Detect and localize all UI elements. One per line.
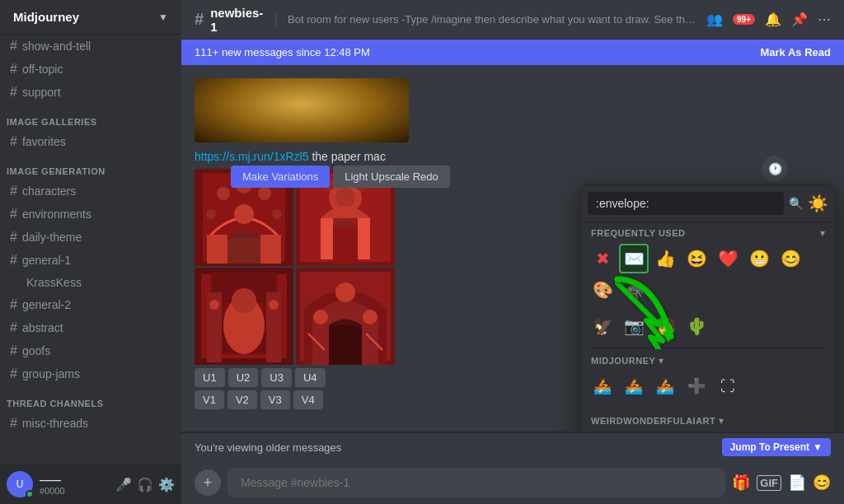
image-grid (195, 169, 396, 365)
sidebar-item-characters[interactable]: # characters (3, 180, 178, 202)
sidebar-item-daily-theme[interactable]: # daily-theme (3, 226, 178, 248)
v1-button[interactable]: V1 (195, 390, 224, 409)
channel-hash-icon: # (195, 10, 204, 29)
sidebar-item-general-2[interactable]: # general-2 (3, 294, 178, 315)
emoji-x[interactable]: ✖ (588, 244, 617, 273)
gift-icon[interactable]: 🎁 (732, 474, 750, 492)
weirdwonderful-expand[interactable]: ▾ (719, 415, 724, 427)
channel-header: # newbies-1 | Bot room for new users -Ty… (181, 0, 844, 40)
members-icon[interactable]: 👥 (706, 12, 723, 27)
emoji-picker: 🔍 ☀️ FREQUENTLY USED ▾ ✖ ✉️ 👍 😆 ❤️ 😬 😊 (580, 184, 836, 432)
frequently-used-grid: ✖ ✉️ 👍 😆 ❤️ 😬 😊 🎨 🕷️ (581, 240, 835, 308)
sidebar-item-show-and-tell[interactable]: # show-and-tell (3, 35, 178, 57)
light-upscale-redo-button[interactable]: Light Upscale Redo (333, 166, 449, 188)
bell-icon[interactable]: 🔔 (765, 12, 781, 27)
sidebar-item-group-jams[interactable]: # group-jams (3, 363, 178, 385)
emoji-laughing[interactable]: 😆 (682, 244, 711, 273)
hash-icon: # (10, 320, 17, 335)
add-attachment-button[interactable]: + (195, 469, 221, 496)
emoji-search-row: 🔍 ☀️ (581, 185, 835, 222)
hash-icon: # (10, 253, 17, 268)
midjourney-expand[interactable]: ▾ (659, 355, 663, 366)
skin-tone-icon[interactable]: ☀️ (808, 194, 828, 213)
svg-point-33 (363, 310, 377, 324)
svg-point-7 (206, 209, 216, 219)
pin-icon[interactable]: 📌 (791, 12, 808, 27)
svg-rect-16 (358, 218, 370, 259)
emoji-artist[interactable]: 🎨 (588, 275, 617, 305)
mj-expand-icon[interactable]: ⛶ (713, 371, 743, 401)
u1-button[interactable]: U1 (195, 368, 225, 387)
emoji-person[interactable]: 🧑 (650, 311, 680, 341)
sidebar-item-favorites[interactable]: # favorites (3, 131, 178, 152)
emoji-spider[interactable]: 🕷️ (619, 275, 649, 305)
jump-to-present-button[interactable]: Jump To Present ▼ (722, 438, 831, 456)
chevron-down-icon: ▼ (158, 12, 168, 23)
v3-button[interactable]: V3 (260, 390, 290, 409)
emoji-icon[interactable]: 😊 (813, 474, 831, 492)
hash-icon: # (10, 343, 17, 358)
channel-label: abstract (22, 321, 63, 334)
mj-emoji-1[interactable]: 🚣 (588, 371, 617, 401)
sidebar-item-environments[interactable]: # environments (3, 203, 178, 225)
emoji-search-input[interactable] (588, 192, 784, 215)
server-header[interactable]: Midjourney ▼ (0, 0, 181, 35)
expand-icon[interactable]: ▾ (820, 227, 825, 239)
message-input[interactable] (227, 468, 725, 497)
sidebar-item-abstract[interactable]: # abstract (3, 317, 178, 338)
emoji-bird[interactable]: 🦅 (588, 311, 617, 341)
image-cell-3 (195, 268, 293, 365)
user-avatar: U (7, 471, 33, 497)
svg-point-24 (232, 288, 256, 313)
u3-button[interactable]: U3 (261, 368, 292, 387)
v4-button[interactable]: V4 (293, 390, 323, 409)
emoji-grimace[interactable]: 😬 (744, 244, 774, 273)
footer-discriminator: #0000 (40, 486, 65, 496)
weirdwonderful-header: WEIRDWONDERFULAIART ▾ (581, 412, 835, 428)
svg-point-28 (269, 300, 279, 310)
sidebar-item-krasskess[interactable]: KrassKess (3, 273, 178, 292)
main-content: # newbies-1 | Bot room for new users -Ty… (181, 0, 844, 504)
mark-as-read-button[interactable]: Mark As Read (761, 46, 832, 58)
message-link[interactable]: https://s.mj.run/1xRzl5 the paper mac (195, 150, 386, 163)
make-variations-button[interactable]: Make Variations (231, 166, 330, 188)
hash-icon: # (10, 184, 17, 198)
svg-rect-19 (333, 226, 358, 264)
sticker-icon[interactable]: 📄 (788, 474, 806, 492)
sidebar-item-general-1[interactable]: # general-1 (3, 250, 178, 271)
svg-point-27 (209, 300, 219, 310)
sidebar-item-misc-threads[interactable]: # misc-threads (3, 413, 178, 434)
midjourney-header: MIDJOURNEY ▾ (581, 352, 835, 368)
svg-point-4 (217, 187, 230, 200)
mj-emoji-2[interactable]: 🚣 (619, 371, 649, 401)
emoji-divider-2 (591, 408, 825, 408)
emoji-thumbsup[interactable]: 👍 (650, 244, 680, 273)
deafen-icon[interactable]: 🎧 (137, 477, 153, 492)
gif-icon[interactable]: GIF (757, 475, 781, 491)
sidebar-item-support[interactable]: # support (3, 82, 178, 103)
emoji-heart[interactable]: ❤️ (713, 244, 743, 273)
frequently-used-grid-2: 🦅 📷 🧑 🌵 (581, 308, 835, 344)
clock-icon[interactable]: 🕐 (762, 156, 788, 182)
u4-button[interactable]: U4 (295, 368, 326, 387)
channel-name: newbies-1 (210, 6, 265, 34)
emoji-camera2[interactable]: 📷 (619, 311, 649, 341)
channel-label: show-and-tell (22, 40, 91, 53)
settings-icon[interactable]: ⚙️ (158, 477, 175, 492)
mute-icon[interactable]: 🎤 (115, 477, 132, 492)
emoji-envelope[interactable]: ✉️ (619, 244, 649, 273)
top-image (195, 78, 409, 142)
mj-add-icon[interactable]: ➕ (682, 371, 711, 401)
frequently-used-header: FREQUENTLY USED ▾ (581, 222, 835, 240)
svg-point-32 (335, 282, 355, 302)
more-icon[interactable]: ⋯ (818, 12, 831, 27)
sidebar-item-off-topic[interactable]: # off-topic (3, 58, 178, 80)
mj-emoji-3[interactable]: 🚣 (650, 371, 680, 401)
u2-button[interactable]: U2 (228, 368, 259, 387)
v2-button[interactable]: V2 (227, 390, 257, 409)
svg-rect-10 (227, 239, 260, 264)
sidebar-item-goofs[interactable]: # goofs (3, 340, 178, 362)
emoji-cactus[interactable]: 🌵 (682, 311, 711, 341)
emoji-smile[interactable]: 😊 (776, 244, 805, 273)
hash-icon: # (10, 62, 17, 77)
